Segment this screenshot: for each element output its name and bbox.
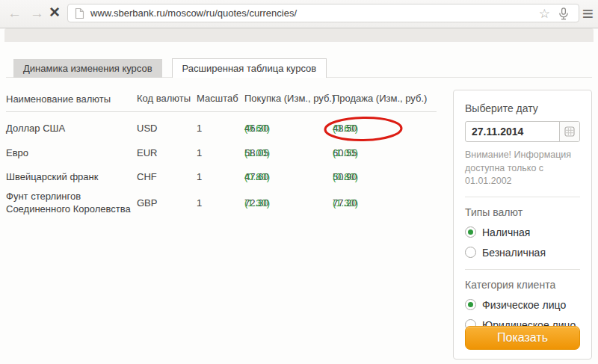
- radio-button-icon: [465, 299, 476, 310]
- page-header-strip: [4, 28, 594, 42]
- panel-divider: [465, 269, 580, 270]
- radio-button-icon: [465, 226, 476, 238]
- currency-type-title: Типы валют: [465, 206, 580, 218]
- tab-extended-table[interactable]: Расширенная таблица курсов: [172, 58, 327, 78]
- calendar-button[interactable]: [559, 122, 579, 141]
- page-content: Динамика изменения курсов Расширенная та…: [0, 28, 598, 364]
- currency-code: CHF: [137, 170, 157, 184]
- currency-code: EUR: [137, 146, 157, 160]
- sell-change: (0.60): [333, 122, 358, 135]
- table-row: Фунт стерлингов Соединенного Королевства…: [0, 190, 435, 217]
- stop-icon[interactable]: ×: [49, 3, 60, 21]
- browser-window: ← → × www.sberbank.ru/moscow/ru/quotes/c…: [0, 0, 598, 364]
- buy-change: (0.60): [244, 122, 270, 135]
- radio-label: Наличная: [482, 226, 530, 238]
- sell-change: (1.30): [333, 197, 358, 210]
- bookmark-star-icon[interactable]: ☆: [539, 6, 550, 22]
- browser-toolbar: ← → × www.sberbank.ru/moscow/ru/quotes/c…: [0, 0, 598, 28]
- show-button[interactable]: Показать: [465, 326, 580, 350]
- radio-non-cash[interactable]: Безналичная: [465, 247, 580, 259]
- date-field-group: [465, 121, 580, 142]
- calendar-grid-icon: [564, 126, 575, 137]
- table-row: Евро EUR 1 58.05 (1.00) 60.55 (1.00): [0, 146, 435, 173]
- currency-scale: 1: [197, 122, 202, 135]
- column-header-sell: Продажа (Изм., руб.): [333, 93, 427, 104]
- currency-name: Фунт стерлингов Соединенного Королевства: [6, 190, 136, 215]
- page-icon: [75, 7, 84, 22]
- radio-button-icon: [465, 247, 476, 258]
- currency-scale: 1: [197, 146, 202, 160]
- currency-scale: 1: [197, 197, 202, 210]
- filter-panel: Выберите дату Внимание! Информация досту…: [453, 90, 592, 360]
- column-header-buy: Покупка (Изм., руб.): [244, 93, 335, 104]
- date-availability-notice: Внимание! Информация доступна только с 0…: [465, 149, 579, 188]
- back-icon[interactable]: ←: [7, 6, 22, 20]
- radio-label: Физическое лицо: [482, 299, 566, 311]
- forward-icon[interactable]: →: [30, 6, 44, 20]
- buy-change: (1.30): [244, 197, 270, 210]
- column-header-scale: Масштаб: [197, 93, 238, 104]
- panel-divider: [465, 197, 580, 197]
- date-section-title: Выберите дату: [465, 102, 580, 114]
- currency-name: Евро: [6, 146, 136, 159]
- currency-name: Швейцарский франк: [6, 170, 136, 183]
- radio-label: Безналичная: [482, 247, 546, 259]
- client-category-title: Категория клиента: [465, 279, 580, 291]
- currency-name: Доллар США: [6, 122, 136, 135]
- column-header-currency-name: Наименование валюты: [6, 93, 136, 105]
- radio-cash[interactable]: Наличная: [465, 226, 580, 238]
- sell-change: (1.00): [333, 146, 358, 160]
- currency-code: GBP: [137, 197, 157, 210]
- table-row: Доллар США USD 1 46.30 (0.60) 48.50 (0.6…: [0, 122, 435, 149]
- table-header-separator: [6, 111, 437, 112]
- tabs-bar: Динамика изменения курсов Расширенная та…: [13, 58, 327, 78]
- tab-dynamics[interactable]: Динамика изменения курсов: [13, 59, 162, 78]
- buy-change: (1.00): [244, 146, 270, 160]
- buy-change: (0.80): [244, 170, 270, 184]
- column-header-currency-code: Код валюты: [137, 93, 191, 104]
- currency-scale: 1: [197, 170, 202, 184]
- microphone-icon[interactable]: [558, 7, 569, 23]
- currency-code: USD: [137, 122, 157, 135]
- url-text[interactable]: www.sberbank.ru/moscow/ru/quotes/currenc…: [90, 7, 297, 19]
- date-input[interactable]: [466, 122, 559, 141]
- sell-change: (0.80): [333, 170, 358, 184]
- radio-individual[interactable]: Физическое лицо: [465, 299, 580, 311]
- address-bar[interactable]: www.sberbank.ru/moscow/ru/quotes/currenc…: [67, 4, 579, 22]
- menu-icon[interactable]: ≡: [582, 1, 594, 26]
